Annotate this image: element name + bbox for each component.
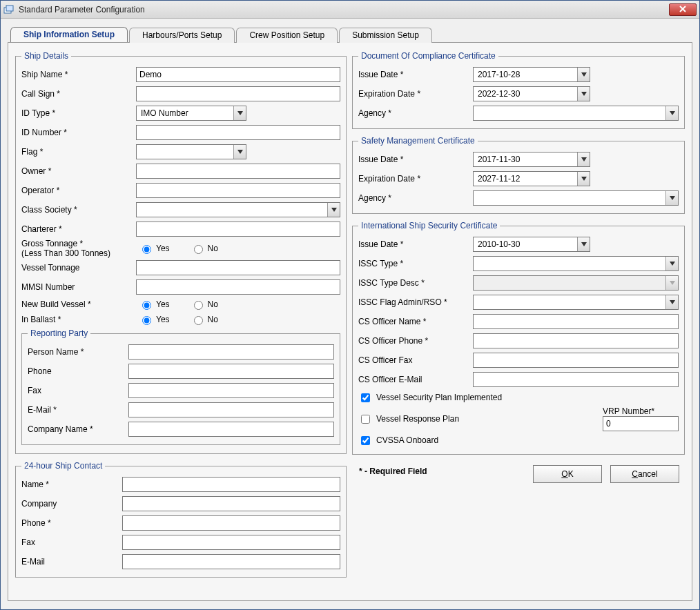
label-doc-agency: Agency * bbox=[358, 108, 469, 118]
ship-name-field[interactable] bbox=[136, 67, 340, 82]
combo-value: 2017-11-30 bbox=[476, 155, 520, 164]
rp-person-name-field[interactable] bbox=[128, 344, 334, 360]
issc-flag-admin-combo[interactable] bbox=[473, 295, 679, 310]
label-cs-name: CS Officer Name * bbox=[358, 317, 469, 326]
cs-name-field[interactable] bbox=[473, 314, 679, 329]
svg-marker-6 bbox=[581, 92, 587, 96]
doc-issue-combo[interactable]: 2017-10-28 bbox=[473, 67, 590, 82]
svg-marker-4 bbox=[331, 208, 337, 212]
group-ship-details: Ship Details Ship Name * Call Sign * ID … bbox=[15, 51, 347, 454]
tab-ship-information[interactable]: Ship Information Setup bbox=[10, 27, 128, 42]
radio-input[interactable] bbox=[142, 316, 151, 325]
checkbox-input[interactable] bbox=[361, 436, 370, 445]
rp-email-field[interactable] bbox=[128, 402, 334, 417]
rp-company-field[interactable] bbox=[128, 422, 334, 437]
new-build-yes[interactable]: Yes bbox=[139, 299, 170, 310]
svg-marker-14 bbox=[670, 300, 675, 304]
label-phone: Phone bbox=[28, 366, 124, 376]
app-icon bbox=[3, 4, 14, 15]
issc-type-desc-combo[interactable] bbox=[473, 275, 679, 291]
close-icon bbox=[679, 5, 687, 14]
call-sign-field[interactable] bbox=[136, 86, 340, 101]
tab-harbours-ports[interactable]: Harbours/Ports Setup bbox=[129, 28, 235, 43]
label-flag: Flag * bbox=[21, 147, 132, 157]
label-cs-phone: CS Officer Phone * bbox=[358, 336, 469, 346]
close-button[interactable] bbox=[669, 3, 697, 16]
label-id-number: ID Number * bbox=[21, 128, 132, 137]
gross-tonnage-no[interactable]: No bbox=[191, 243, 218, 254]
combo-value: 2017-10-28 bbox=[476, 70, 520, 79]
vrp-checkbox[interactable]: Vessel Response Plan bbox=[358, 413, 589, 426]
tab-crew-position[interactable]: Crew Position Setup bbox=[236, 28, 338, 43]
gross-tonnage-yes[interactable]: Yes bbox=[139, 243, 170, 254]
new-build-no[interactable]: No bbox=[191, 299, 218, 310]
svg-marker-9 bbox=[581, 177, 587, 181]
radio-label: Yes bbox=[156, 299, 170, 309]
label-email: E-Mail * bbox=[28, 405, 124, 415]
issc-issue-combo[interactable]: 2010-10-30 bbox=[473, 237, 590, 252]
mmsi-field[interactable] bbox=[136, 279, 340, 295]
smc-issue-combo[interactable]: 2017-11-30 bbox=[473, 152, 590, 167]
radio-input[interactable] bbox=[142, 245, 151, 254]
radio-input[interactable] bbox=[194, 245, 203, 254]
chevron-down-icon bbox=[327, 203, 340, 217]
tab-label: Harbours/Ports Setup bbox=[142, 30, 222, 40]
issc-type-combo[interactable] bbox=[473, 256, 679, 271]
operator-field[interactable] bbox=[136, 183, 340, 198]
cs-fax-field[interactable] bbox=[473, 353, 679, 368]
in-ballast-no[interactable]: No bbox=[191, 314, 218, 325]
tab-panel: Ship Details Ship Name * Call Sign * ID … bbox=[8, 42, 692, 601]
label-doc-issue: Issue Date * bbox=[358, 70, 469, 79]
footer-buttons: OK Cancel bbox=[533, 465, 679, 483]
cs-email-field[interactable] bbox=[473, 372, 679, 387]
chevron-down-icon bbox=[577, 152, 590, 166]
checkbox-input[interactable] bbox=[361, 415, 370, 424]
radio-input[interactable] bbox=[194, 301, 203, 310]
tab-submission[interactable]: Submission Setup bbox=[339, 28, 432, 43]
sc-company-field[interactable] bbox=[122, 496, 340, 511]
rp-fax-field[interactable] bbox=[128, 383, 334, 398]
cs-phone-field[interactable] bbox=[473, 333, 679, 348]
label-sc-email: E-Mail bbox=[21, 557, 118, 567]
tab-label: Submission Setup bbox=[352, 30, 419, 40]
sc-phone-field[interactable] bbox=[122, 515, 340, 531]
doc-agency-combo[interactable] bbox=[473, 106, 679, 121]
rp-phone-field[interactable] bbox=[128, 364, 334, 379]
svg-marker-5 bbox=[581, 72, 587, 77]
cvssa-checkbox[interactable]: CVSSA Onboard bbox=[358, 434, 438, 447]
group-doc-cert: Document Of Compliance Certificate Issue… bbox=[352, 51, 685, 129]
radio-input[interactable] bbox=[194, 316, 203, 325]
ok-button[interactable]: OK bbox=[533, 465, 602, 483]
chevron-down-icon bbox=[577, 87, 590, 101]
svg-marker-11 bbox=[581, 242, 587, 246]
label-call-sign: Call Sign * bbox=[21, 89, 132, 99]
label-company: Company Name * bbox=[28, 424, 124, 434]
checkbox-input[interactable] bbox=[361, 393, 370, 402]
radio-input[interactable] bbox=[142, 301, 151, 310]
label-sc-name: Name * bbox=[21, 480, 118, 489]
cancel-button[interactable]: Cancel bbox=[610, 465, 679, 483]
svg-marker-10 bbox=[670, 196, 675, 200]
combo-value: 2027-11-12 bbox=[476, 174, 520, 184]
flag-combo[interactable] bbox=[136, 144, 246, 159]
vessel-tonnage-field[interactable] bbox=[136, 260, 340, 275]
smc-exp-combo[interactable]: 2027-11-12 bbox=[473, 171, 590, 186]
id-number-field[interactable] bbox=[136, 125, 340, 140]
doc-exp-combo[interactable]: 2022-12-30 bbox=[473, 86, 590, 101]
label-smc-exp: Expiration Date * bbox=[358, 174, 469, 184]
in-ballast-yes[interactable]: Yes bbox=[139, 314, 170, 325]
combo-value: 2022-12-30 bbox=[476, 89, 520, 99]
sc-name-field[interactable] bbox=[122, 477, 340, 492]
sc-email-field[interactable] bbox=[122, 554, 340, 569]
label-gross-tonnage: Gross Tonnage * (Less Than 300 Tonnes) bbox=[21, 239, 132, 258]
svg-rect-1 bbox=[6, 6, 13, 11]
smc-agency-combo[interactable] bbox=[473, 190, 679, 206]
vrp-number-field[interactable] bbox=[603, 416, 679, 431]
charterer-field[interactable] bbox=[136, 222, 340, 237]
class-society-combo[interactable] bbox=[136, 202, 340, 217]
owner-field[interactable] bbox=[136, 164, 340, 179]
id-type-combo[interactable]: IMO Number bbox=[136, 106, 246, 121]
vspi-checkbox[interactable]: Vessel Security Plan Implemented bbox=[358, 391, 502, 404]
svg-marker-12 bbox=[670, 262, 675, 266]
sc-fax-field[interactable] bbox=[122, 535, 340, 550]
